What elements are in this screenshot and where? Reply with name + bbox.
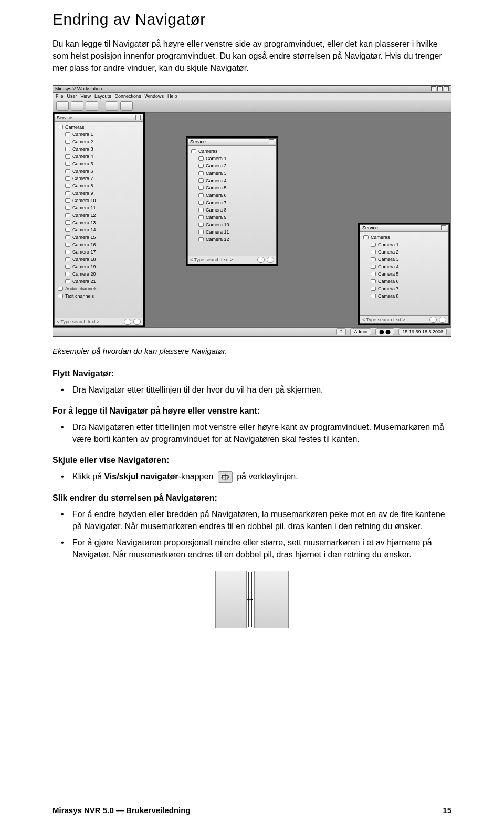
camera-icon <box>65 191 70 195</box>
tree-item[interactable]: Camera 6 <box>72 168 93 174</box>
camera-tree: Cameras Camera 1 Camera 2 Camera 3 Camer… <box>188 146 276 245</box>
status-bar: ? Admin ⬤ ⬤ 15:19:59 18.8.2006 <box>53 327 451 336</box>
tree-item[interactable]: Camera 11 <box>206 229 229 235</box>
search-prev-button[interactable] <box>124 319 131 325</box>
tree-item[interactable]: Camera 10 <box>206 222 229 227</box>
toolbar-button[interactable] <box>86 101 98 111</box>
tree-item[interactable]: Camera 8 <box>206 207 227 213</box>
tree-item[interactable]: Camera 12 <box>72 213 96 218</box>
tree-item[interactable]: Camera 16 <box>72 242 96 247</box>
tree-item[interactable]: Camera 1 <box>206 156 227 161</box>
tree-item[interactable]: Camera 7 <box>206 200 227 205</box>
dropdown-icon[interactable] <box>135 115 141 120</box>
toolbar-button[interactable] <box>120 101 133 111</box>
tree-item[interactable]: Camera 20 <box>72 271 96 277</box>
search-next-button[interactable] <box>439 317 446 323</box>
tree-item[interactable]: Camera 3 <box>72 146 93 152</box>
camera-icon <box>65 169 70 173</box>
status-user: Admin <box>350 328 371 335</box>
tree-root[interactable]: Cameras <box>65 124 85 130</box>
tree-item[interactable]: Camera 7 <box>378 286 399 291</box>
search-placeholder[interactable]: < Type search text > <box>57 319 122 324</box>
footer-title: Mirasys NVR 5.0 — Brukerveiledning <box>52 806 191 815</box>
tree-item[interactable]: Camera 4 <box>72 154 93 159</box>
menu-connections[interactable]: Connections <box>114 93 141 99</box>
menu-help[interactable]: Help <box>167 93 177 99</box>
tree-item[interactable]: Camera 15 <box>72 235 96 240</box>
tree-item[interactable]: Camera 8 <box>378 293 399 299</box>
tree-item[interactable]: Camera 1 <box>72 132 93 137</box>
page-number: 15 <box>443 806 452 815</box>
search-next-button[interactable] <box>133 319 141 325</box>
tree-root[interactable]: Cameras <box>198 149 218 154</box>
camera-icon <box>198 164 204 168</box>
tree-item[interactable]: Camera 9 <box>72 191 93 196</box>
tree-item[interactable]: Camera 13 <box>72 220 96 225</box>
search-placeholder[interactable]: < Type search text > <box>190 257 255 262</box>
toolbar-button[interactable] <box>106 101 118 111</box>
tree-item[interactable]: Camera 18 <box>72 257 96 262</box>
tree-item[interactable]: Camera 2 <box>378 249 399 255</box>
tree-item[interactable]: Camera 6 <box>206 193 227 198</box>
tree-item[interactable]: Camera 5 <box>206 185 227 191</box>
status-timestamp: 15:19:59 18.8.2006 <box>398 328 447 335</box>
dropdown-icon[interactable] <box>441 225 446 230</box>
tree-item[interactable]: Camera 8 <box>72 183 93 188</box>
list-item: Klikk på Vis/skjul navigatør-knappen på … <box>72 470 452 483</box>
subheading-resize: Slik endrer du størrelsen på Navigatøren… <box>52 493 452 503</box>
tree-item[interactable]: Audio channels <box>65 286 98 291</box>
help-icon[interactable]: ? <box>336 328 346 335</box>
menu-user[interactable]: User <box>67 93 77 99</box>
tree-root[interactable]: Cameras <box>371 235 390 240</box>
menu-file[interactable]: File <box>56 93 64 99</box>
camera-icon <box>65 176 70 181</box>
search-placeholder[interactable]: < Type search text > <box>362 317 427 322</box>
camera-icon <box>65 250 70 254</box>
menu-view[interactable]: View <box>81 93 91 99</box>
tree-item[interactable]: Camera 21 <box>72 279 96 284</box>
camera-icon <box>198 215 204 219</box>
tree-item[interactable]: Camera 11 <box>72 205 96 210</box>
navigator-panel-docked[interactable]: Service Cameras Camera 1 Camera 2 Camera… <box>54 114 143 326</box>
tree-item[interactable]: Camera 4 <box>378 264 399 269</box>
tree-item[interactable]: Camera 10 <box>72 198 96 203</box>
menu-bar: File User View Layouts Connections Windo… <box>53 93 451 100</box>
camera-icon <box>198 208 204 212</box>
camera-icon <box>371 250 376 254</box>
tree-item[interactable]: Camera 5 <box>72 161 93 166</box>
tree-item[interactable]: Camera 17 <box>72 249 96 255</box>
tree-item[interactable]: Camera 14 <box>72 227 96 233</box>
search-prev-button[interactable] <box>257 257 265 263</box>
tree-item[interactable]: Camera 1 <box>378 242 399 247</box>
navigator-panel-floating[interactable]: Service Cameras Camera 1 Camera 2 Camera… <box>187 138 277 264</box>
tree-item[interactable]: Camera 5 <box>378 271 399 277</box>
search-next-button[interactable] <box>267 257 274 263</box>
maximize-icon <box>437 86 443 91</box>
pane-left <box>215 571 247 628</box>
tree-item[interactable]: Camera 6 <box>378 279 399 284</box>
toolbar <box>53 100 451 113</box>
search-prev-button[interactable] <box>429 317 437 323</box>
menu-windows[interactable]: Windows <box>144 93 164 99</box>
dropdown-icon[interactable] <box>269 139 274 144</box>
menu-layouts[interactable]: Layouts <box>94 93 111 99</box>
navigator-panel-floating-right[interactable]: Service Cameras Camera 1 Camera 2 Camera… <box>360 224 449 324</box>
tree-item[interactable]: Camera 2 <box>206 163 227 168</box>
camera-icon <box>65 140 70 144</box>
tree-item[interactable]: Camera 19 <box>72 264 96 269</box>
tree-item[interactable]: Camera 12 <box>206 237 229 242</box>
tree-item[interactable]: Camera 9 <box>206 215 227 220</box>
camera-icon <box>65 162 70 166</box>
toolbar-button[interactable] <box>71 101 83 111</box>
tree-item[interactable]: Text channels <box>65 293 94 299</box>
camera-icon <box>198 237 204 241</box>
tree-item[interactable]: Camera 4 <box>206 178 227 183</box>
camera-icon <box>198 193 204 197</box>
tree-item[interactable]: Camera 7 <box>72 176 93 181</box>
tree-item[interactable]: Camera 3 <box>206 171 227 176</box>
tree-item[interactable]: Camera 2 <box>72 139 93 144</box>
camera-icon <box>371 243 376 247</box>
toolbar-button[interactable] <box>56 101 69 111</box>
camera-icon <box>65 257 70 261</box>
tree-item[interactable]: Camera 3 <box>378 257 399 262</box>
